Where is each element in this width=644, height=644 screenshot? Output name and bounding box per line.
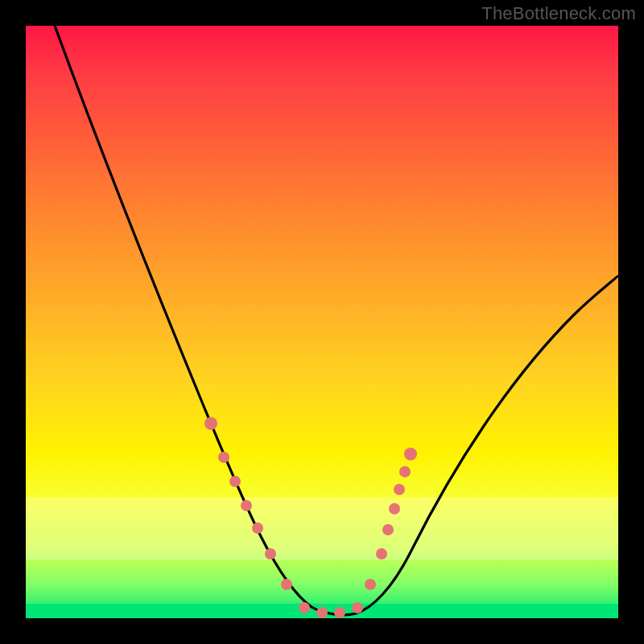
marker-dot — [382, 524, 394, 535]
marker-dot — [241, 500, 252, 511]
marker-dot — [252, 522, 263, 534]
marker-dot — [399, 466, 411, 477]
marker-dot — [394, 484, 405, 495]
marker-dot — [299, 602, 310, 613]
plot-area — [26, 26, 618, 618]
marker-dot — [404, 448, 417, 460]
watermark-text: TheBottleneck.com — [481, 3, 636, 24]
marker-dot — [376, 548, 387, 559]
bottleneck-curve — [55, 26, 618, 615]
marker-dot — [204, 417, 217, 430]
marker-dot — [281, 579, 292, 590]
marker-dot — [265, 548, 276, 559]
marker-dot — [316, 607, 328, 618]
marker-dot — [334, 607, 345, 618]
marker-dot — [365, 579, 376, 590]
marker-dot — [352, 602, 363, 613]
marker-dot — [389, 503, 400, 514]
curve-svg — [26, 26, 618, 618]
marker-dot — [229, 476, 241, 487]
marker-dot — [218, 452, 229, 463]
